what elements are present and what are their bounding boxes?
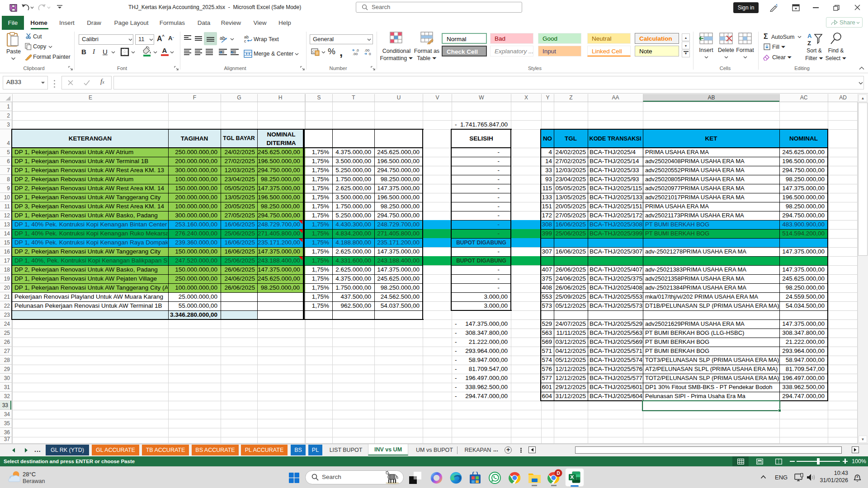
svg-text:.00: .00 bbox=[353, 52, 358, 56]
svg-text:0: 0 bbox=[369, 52, 371, 56]
svg-text:D: D bbox=[557, 471, 560, 476]
svg-text:A: A bbox=[807, 33, 812, 39]
svg-text:Z: Z bbox=[807, 40, 811, 46]
svg-text:c: c bbox=[244, 39, 246, 43]
svg-text:C: C bbox=[312, 50, 315, 54]
svg-text:z: z bbox=[857, 475, 859, 478]
